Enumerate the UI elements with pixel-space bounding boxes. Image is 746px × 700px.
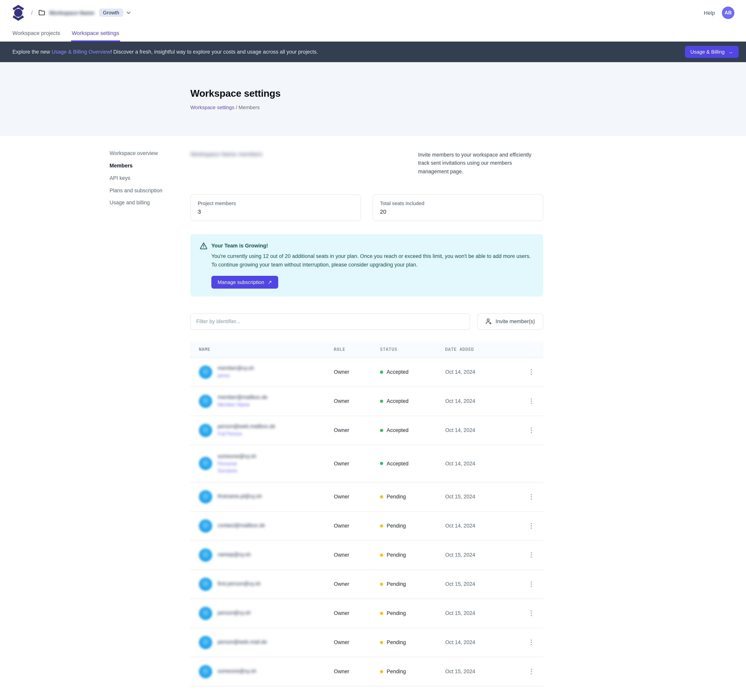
member-status: Pending — [380, 552, 445, 558]
breadcrumb-sep: / — [234, 105, 239, 110]
member-email-blurred[interactable]: firstname.pl@xy.sh — [218, 494, 262, 500]
member-name-lines: someone@xy.shPersonalSurname — [218, 453, 256, 474]
manage-subscription-button[interactable]: Manage subscription ↗ — [211, 276, 278, 288]
row-kebab-menu-icon[interactable]: ⋮ — [523, 610, 535, 616]
member-subname-blurred[interactable]: Personal — [218, 461, 256, 467]
tab-workspace-projects[interactable]: Workspace projects — [12, 25, 61, 42]
member-name-cell: person@web.mailbox.deFull Person — [199, 424, 334, 437]
status-label: Pending — [387, 581, 406, 587]
member-email-blurred[interactable]: person@xy.sh — [218, 610, 251, 616]
member-date-added: Oct 14, 2024 — [445, 369, 523, 375]
member-role: Owner — [334, 461, 380, 466]
usage-billing-overview-link[interactable]: Usage & Billing Overview — [51, 49, 110, 55]
sidebar-item-workspace-overview[interactable]: Workspace overview — [110, 151, 185, 156]
member-name-cell: person@xy.sh — [199, 607, 334, 620]
members-section-description: Invite members to your workspace and eff… — [418, 151, 543, 176]
invite-members-button[interactable]: Invite member(s) — [477, 313, 543, 330]
member-email-blurred[interactable]: someone@xy.sh — [218, 668, 256, 674]
alert-body: You're currently using 12 out of 20 addi… — [211, 252, 534, 269]
status-label: Pending — [387, 552, 406, 558]
member-avatar — [199, 607, 212, 620]
member-email-blurred[interactable]: member@xy.sh — [218, 365, 254, 371]
member-name-lines: someone@xy.sh — [218, 668, 256, 674]
row-kebab-menu-icon[interactable]: ⋮ — [523, 639, 535, 646]
page-header: Workspace settings Workspace settings / … — [0, 62, 746, 136]
status-dot — [380, 611, 383, 615]
status-label: Accepted — [387, 369, 409, 375]
member-status: Accepted — [380, 398, 445, 404]
member-date-added: Oct 15, 2024 — [445, 610, 523, 616]
member-avatar — [199, 665, 212, 678]
member-email-blurred[interactable]: member@mailbox.de — [218, 394, 268, 401]
stat-label: Project members — [198, 200, 353, 206]
status-label: Accepted — [387, 461, 409, 466]
user-avatar[interactable]: AB — [722, 6, 734, 19]
app-root: / Workspace Name Growth Help AB Workspac… — [0, 0, 746, 700]
help-link[interactable]: Help — [704, 9, 715, 16]
member-name-lines: namep@xy.sh — [218, 552, 251, 558]
member-name-cell: first.person@xy.sh — [199, 577, 334, 591]
row-kebab-menu-icon[interactable]: ⋮ — [523, 369, 535, 375]
warning-icon — [200, 242, 208, 249]
status-dot — [380, 670, 383, 673]
member-role: Owner — [334, 610, 380, 616]
column-header-date-added: DATE ADDED — [445, 347, 523, 352]
column-header-role: ROLE — [334, 347, 380, 352]
member-status: Accepted — [380, 427, 445, 433]
member-name-lines: person@web.mailbox.deFull Person — [218, 424, 275, 437]
usage-billing-button-label: Usage & Billing — [690, 49, 725, 55]
status-label: Pending — [387, 610, 406, 616]
sidebar-item-api-keys[interactable]: API keys — [110, 176, 185, 181]
row-kebab-menu-icon[interactable]: ⋮ — [523, 398, 535, 404]
member-email-blurred[interactable]: first.person@xy.sh — [218, 581, 261, 587]
status-label: Pending — [387, 523, 406, 529]
row-kebab-menu-icon[interactable]: ⋮ — [523, 523, 535, 529]
member-subname-blurred[interactable]: perso — [218, 373, 254, 379]
member-subname-blurred[interactable]: Member Name — [218, 402, 268, 408]
row-kebab-menu-icon[interactable]: ⋮ — [523, 581, 535, 587]
member-date-added: Oct 14, 2024 — [445, 427, 523, 433]
member-email-blurred[interactable]: person@web.mailbox.de — [218, 424, 275, 430]
chevron-down-icon[interactable] — [126, 11, 131, 14]
member-role: Owner — [334, 398, 380, 404]
member-role: Owner — [334, 552, 380, 558]
sidebar-item-plans-subscription[interactable]: Plans and subscription — [110, 188, 185, 194]
member-name-lines: person@xy.sh — [218, 610, 251, 616]
member-name-lines: contact@mailbox.de — [218, 523, 265, 529]
member-date-added: Oct 15, 2024 — [445, 668, 523, 674]
member-email-blurred[interactable]: contact@mailbox.de — [218, 523, 265, 529]
sidebar-item-members[interactable]: Members — [110, 163, 185, 169]
member-email-blurred[interactable]: someone@xy.sh — [218, 453, 256, 459]
row-kebab-menu-icon[interactable]: ⋮ — [523, 668, 535, 675]
status-dot — [380, 553, 383, 556]
tab-workspace-settings[interactable]: Workspace settings — [71, 25, 120, 42]
breadcrumb-current: Members — [239, 105, 260, 110]
member-name-lines: member@xy.shperso — [218, 365, 254, 379]
member-date-added: Oct 14, 2024 — [445, 461, 523, 466]
table-body: member@xy.shpersoOwnerAcceptedOct 14, 20… — [190, 358, 543, 686]
banner-text-suffix: ! Discover a fresh, insightful way to ex… — [110, 49, 318, 55]
logo-icon[interactable] — [12, 5, 25, 21]
row-kebab-menu-icon[interactable]: ⋮ — [523, 493, 535, 500]
row-kebab-menu-icon[interactable]: ⋮ — [523, 427, 535, 434]
member-email-blurred[interactable]: person@web.mail.de — [218, 639, 267, 646]
member-name-lines: person@web.mail.de — [218, 639, 267, 646]
member-status: Pending — [380, 581, 445, 587]
breadcrumb-workspace-settings-link[interactable]: Workspace settings — [190, 105, 234, 110]
member-name-cell: firstname.pl@xy.sh — [199, 490, 334, 503]
member-role: Owner — [334, 427, 380, 433]
member-email-blurred[interactable]: namep@xy.sh — [218, 552, 251, 558]
row-kebab-menu-icon[interactable]: ⋮ — [523, 551, 535, 558]
member-subname-blurred[interactable]: Full Person — [218, 431, 275, 437]
filter-input[interactable] — [190, 313, 470, 330]
status-label: Pending — [387, 639, 406, 645]
member-subname-blurred[interactable]: Surname — [218, 468, 256, 474]
sidebar-item-usage-billing[interactable]: Usage and billing — [110, 200, 185, 206]
member-status: Pending — [380, 523, 445, 529]
status-dot — [380, 583, 383, 586]
workspace-name-blurred[interactable]: Workspace Name — [49, 9, 95, 16]
member-date-added: Oct 15, 2024 — [445, 581, 523, 587]
member-role: Owner — [334, 581, 380, 587]
usage-billing-button[interactable]: Usage & Billing → — [685, 46, 738, 58]
member-avatar — [199, 636, 212, 649]
